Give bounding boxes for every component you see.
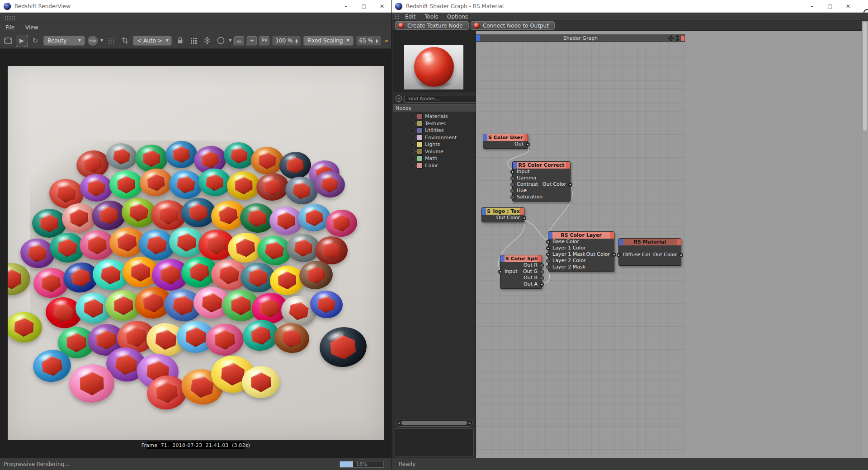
node-title-bar[interactable]: RS Color Correct: [513, 162, 570, 169]
horizontal-scrollbar[interactable]: ◄ ►: [396, 419, 473, 427]
output-port[interactable]: [540, 277, 543, 280]
input-port[interactable]: [511, 170, 514, 174]
expand-arrow-icon[interactable]: ►: [411, 122, 415, 125]
grip-handle-icon[interactable]: [5, 15, 16, 21]
output-port[interactable]: [540, 264, 543, 267]
channel-dropdown-arrow-icon[interactable]: ▼: [100, 38, 103, 42]
expand-arrow-icon[interactable]: ►: [411, 136, 415, 139]
panel-red-chip[interactable]: [681, 35, 685, 41]
grip-handle-icon[interactable]: [394, 14, 399, 19]
crop-icon[interactable]: [119, 35, 130, 46]
scale-value-spinner[interactable]: 65 % ▲▼: [356, 36, 381, 46]
dither-grid-icon[interactable]: [106, 35, 117, 46]
scroll-left-icon[interactable]: ◄: [397, 421, 400, 425]
pan-view-icon[interactable]: [668, 35, 674, 41]
input-port[interactable]: [511, 183, 514, 186]
pixel-grid-icon[interactable]: [188, 35, 199, 46]
input-port[interactable]: [547, 247, 550, 250]
snapshot-icon[interactable]: [234, 36, 244, 45]
node-title-bar[interactable]: S Color User Dat: [483, 134, 528, 141]
restart-render-icon[interactable]: ↻: [30, 35, 41, 46]
tree-item-color[interactable]: ►Color: [393, 162, 476, 169]
node-title-bar[interactable]: S Color Splitte: [500, 255, 542, 262]
toolbar-overflow-button[interactable]: »: [385, 37, 388, 44]
menu-edit[interactable]: Edit: [401, 13, 420, 20]
render-viewport[interactable]: Frame 71: 2018-07-23 21:41:03 (3.82s): [0, 49, 391, 458]
graph-node-color-correct[interactable]: RS Color CorrectInputGammaContrastOut Co…: [512, 161, 571, 202]
output-port[interactable]: [540, 270, 543, 273]
graph-node-color-layer[interactable]: RS Color LayerBase ColorLayer 1 ColorLay…: [548, 231, 614, 272]
play-render-button[interactable]: ▶: [16, 35, 27, 46]
graph-canvas[interactable]: S Color User DatOutRS Color CorrectInput…: [476, 42, 685, 456]
tree-item-math[interactable]: ►Math: [393, 155, 476, 162]
pv-snapshot-icon[interactable]: PV: [259, 36, 269, 45]
tree-item-materials[interactable]: ►Materials: [393, 113, 476, 120]
input-port[interactable]: [547, 240, 550, 244]
region-dropdown-arrow-icon[interactable]: ▼: [229, 38, 231, 42]
input-port[interactable]: [499, 270, 502, 273]
minimize-button[interactable]: –: [337, 0, 355, 12]
create-texture-node-button[interactable]: Create Texture Node: [395, 21, 469, 30]
input-port[interactable]: [547, 266, 550, 269]
render-mode-dropdown[interactable]: Beauty ▼: [43, 36, 85, 46]
node-title-bar[interactable]: S_logo : Textur: [482, 208, 524, 215]
output-port[interactable]: [613, 253, 616, 256]
output-port[interactable]: [523, 216, 526, 220]
vertical-scrollbar[interactable]: [862, 21, 868, 458]
clear-search-icon[interactable]: ✕: [396, 95, 402, 102]
expand-arrow-icon[interactable]: ►: [411, 164, 415, 167]
input-port[interactable]: [511, 177, 514, 180]
scrollbar-thumb[interactable]: [401, 421, 467, 425]
tree-item-utilities[interactable]: ►Utilities: [393, 127, 476, 134]
close-button[interactable]: ✕: [373, 0, 391, 12]
input-port[interactable]: [547, 253, 550, 256]
output-port[interactable]: [526, 143, 529, 146]
tree-item-textures[interactable]: ►Textures: [393, 120, 476, 127]
graph-node-color-splitter[interactable]: S Color SplitteOut RInputOut GOut BOut A: [500, 255, 542, 289]
input-port[interactable]: [511, 189, 514, 193]
bucket-mode-dropdown[interactable]: < Auto > ▼: [133, 36, 172, 46]
rgb-channel-button[interactable]: RGB: [88, 36, 98, 46]
tree-item-lights[interactable]: ►Lights: [393, 141, 476, 148]
menu-tools[interactable]: Tools: [420, 13, 443, 20]
node-title-bar[interactable]: RS Color Layer: [548, 232, 614, 239]
output-port[interactable]: [569, 183, 572, 186]
shader-graph-header[interactable]: Shader Graph: [476, 34, 685, 42]
expand-arrow-icon[interactable]: ►: [411, 143, 415, 146]
scaling-mode-dropdown[interactable]: Fixed Scaling ▼: [303, 36, 354, 46]
output-port[interactable]: [540, 283, 543, 286]
input-port[interactable]: [547, 259, 550, 263]
expand-arrow-icon[interactable]: ►: [411, 115, 415, 118]
maximize-button[interactable]: ▢: [821, 0, 839, 12]
graph-node-rs-material[interactable]: RS MaterialDiffuse ColOut Color: [618, 238, 681, 266]
minimize-button[interactable]: –: [803, 0, 821, 12]
zoom-level-spinner[interactable]: 100 % ▲▼: [272, 36, 301, 46]
snowflake-icon[interactable]: [202, 35, 212, 46]
spinner-arrows-icon[interactable]: ▲▼: [295, 38, 297, 43]
expand-arrow-icon[interactable]: ►: [411, 150, 415, 153]
tree-item-volume[interactable]: ►Volume: [393, 148, 476, 155]
expand-arrow-icon[interactable]: ►: [411, 157, 415, 160]
fit-view-icon[interactable]: [675, 35, 679, 41]
add-snapshot-icon[interactable]: +: [247, 36, 257, 45]
input-port[interactable]: [617, 254, 620, 257]
node-title-bar[interactable]: RS Material: [619, 239, 681, 245]
maximize-button[interactable]: ▢: [355, 0, 373, 12]
tree-item-environment[interactable]: ►Environment: [393, 134, 476, 141]
menu-file[interactable]: File: [0, 23, 20, 33]
graph-node-logo-texture[interactable]: S_logo : TexturOut Color: [481, 207, 524, 222]
menu-options[interactable]: Options: [443, 13, 472, 20]
connect-node-to-output-button[interactable]: Connect Node to Output: [471, 21, 555, 30]
scrollbar-thumb[interactable]: [863, 22, 867, 131]
film-strip-icon[interactable]: [3, 35, 14, 46]
input-port[interactable]: [511, 196, 514, 199]
region-render-icon[interactable]: [215, 35, 226, 46]
scroll-right-icon[interactable]: ►: [469, 421, 471, 425]
find-nodes-input[interactable]: [404, 95, 478, 103]
lock-icon[interactable]: [175, 35, 185, 46]
menu-view[interactable]: View: [20, 23, 43, 33]
graph-node-color-user-data[interactable]: S Color User DatOut: [483, 134, 528, 149]
expand-arrow-icon[interactable]: ►: [411, 129, 415, 132]
close-button[interactable]: ✕: [839, 0, 857, 12]
output-port[interactable]: [679, 254, 683, 257]
